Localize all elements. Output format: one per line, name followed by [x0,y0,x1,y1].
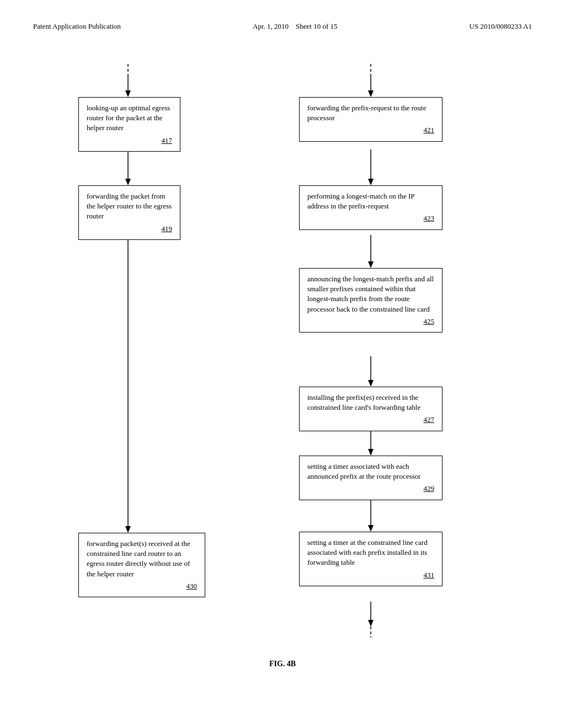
page: Patent Application Publication Apr. 1, 2… [0,0,565,728]
box-421: forwarding the prefix-request to the rou… [299,97,443,142]
svg-marker-21 [368,620,374,627]
svg-marker-5 [368,90,374,97]
box-427: installing the prefix(es) received in th… [299,387,443,431]
svg-marker-7 [125,179,131,185]
header-right: US 2010/0080233 A1 [470,22,532,31]
header-left: Patent Application Publication [33,22,121,31]
figure-caption: FIG. 4B [33,660,532,668]
box-419: forwarding the packet from the helper ro… [78,185,180,240]
box-423: performing a longest-match on the IP add… [299,185,443,230]
box-429: setting a timer associated with each ann… [299,456,443,500]
box-417: looking-up an optimal egress router for … [78,97,180,152]
page-header: Patent Application Publication Apr. 1, 2… [33,22,532,31]
header-center: Apr. 1, 2010 Sheet 10 of 15 [253,22,337,31]
box-430: forwarding packet(s) received at the con… [78,533,205,597]
box-431: setting a timer at the constrained line … [299,532,443,586]
svg-marker-13 [368,380,374,387]
svg-marker-11 [368,261,374,268]
flowchart-diagram: looking-up an optimal egress router for … [45,64,520,643]
svg-marker-15 [368,449,374,456]
svg-marker-9 [368,179,374,185]
svg-marker-17 [125,526,131,533]
svg-marker-2 [125,90,131,97]
box-425: announcing the longest-match prefix and … [299,268,443,333]
svg-marker-19 [368,525,374,532]
